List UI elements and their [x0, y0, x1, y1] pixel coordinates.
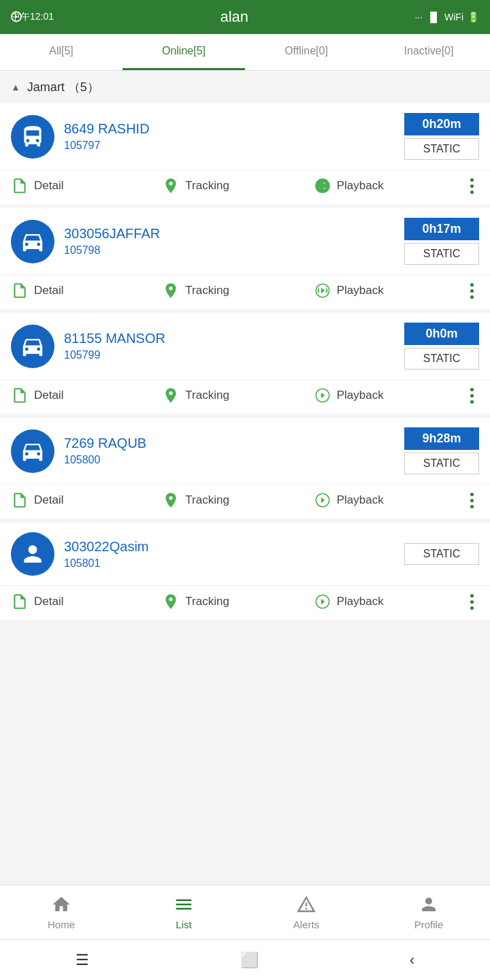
alerts-icon [296, 894, 316, 915]
vehicle-avatar-1 [11, 115, 54, 159]
group-header[interactable]: ▲ Jamart （5） [0, 71, 490, 103]
playback-label-4: Playback [337, 493, 384, 507]
menu-button[interactable]: ☰ [76, 951, 89, 969]
more-button-5[interactable] [465, 594, 479, 610]
bottom-nav: Home List Alerts Profile [0, 885, 490, 939]
status-icons: ··· ▐▌ WiFi 🔋 [414, 12, 479, 22]
tracking-button-1[interactable]: Tracking [162, 177, 313, 195]
action-row-2: Detail Tracking Playback [0, 274, 490, 309]
time-badge-4: 9h28m [404, 427, 479, 450]
car-icon-3 [20, 333, 46, 359]
vehicle-name-2: 303056JAFFAR [64, 226, 160, 242]
nav-alerts[interactable]: Alerts [245, 885, 368, 939]
nav-profile[interactable]: Profile [368, 885, 490, 939]
tab-all[interactable]: All[5] [0, 34, 122, 70]
static-badge-5: STATIC [404, 543, 479, 565]
more-button-2[interactable] [465, 283, 479, 299]
nav-list[interactable]: List [122, 885, 245, 939]
detail-button-2[interactable]: Detail [11, 282, 162, 299]
tracking-label-4: Tracking [185, 493, 229, 507]
home-icon [51, 894, 71, 915]
vehicle-card-2: 303056JAFFAR 105798 0h17m STATIC Detail … [0, 208, 490, 309]
vehicle-id-3: 105799 [64, 349, 165, 361]
profile-icon [419, 894, 439, 915]
playback-button-2[interactable]: Playback [314, 282, 465, 299]
playback-button-3[interactable]: Playback [314, 387, 465, 404]
nav-list-label: List [176, 919, 191, 930]
action-row-3: Detail Tracking Playback [0, 379, 490, 414]
detail-label-4: Detail [34, 493, 63, 507]
more-button-4[interactable] [465, 493, 479, 508]
vehicle-id-1: 105797 [64, 140, 150, 152]
detail-label-3: Detail [34, 389, 63, 402]
vehicle-card-1: 8649 RASHID 105797 0h20m STATIC Detail T… [0, 103, 490, 204]
more-button-1[interactable] [465, 178, 479, 194]
tab-offline[interactable]: Offline[0] [245, 34, 368, 70]
tracking-label-3: Tracking [185, 389, 229, 402]
more-button-3[interactable] [465, 388, 479, 404]
playback-icon-3 [314, 387, 331, 404]
vehicle-avatar-3 [11, 325, 54, 368]
detail-icon-5 [11, 593, 29, 610]
vehicle-name-1: 8649 RASHID [64, 121, 150, 137]
vehicle-avatar-5 [11, 532, 54, 576]
tab-bar: All[5] Online[5] Offline[0] Inactive[0] [0, 34, 490, 71]
playback-label-5: Playback [337, 595, 384, 608]
detail-label-1: Detail [34, 179, 63, 193]
static-badge-3: STATIC [404, 348, 479, 370]
tracking-button-5[interactable]: Tracking [162, 593, 313, 610]
vehicle-name-4: 7269 RAQUB [64, 436, 146, 451]
detail-button-1[interactable]: Detail [11, 177, 162, 195]
tracking-label-2: Tracking [185, 284, 229, 297]
detail-icon-1 [11, 177, 29, 195]
time-badge-2: 0h17m [404, 218, 479, 240]
detail-icon-3 [11, 387, 29, 404]
home-button[interactable]: ⬜ [240, 951, 259, 969]
nav-home-label: Home [48, 919, 75, 930]
tab-inactive[interactable]: Inactive[0] [368, 34, 490, 70]
tab-online[interactable]: Online[5] [122, 34, 245, 70]
tracking-icon-3 [162, 387, 180, 404]
vehicle-id-5: 105801 [64, 557, 149, 570]
vehicle-card-3: 81155 MANSOR 105799 0h0m STATIC Detail T… [0, 313, 490, 414]
playback-button-4[interactable]: Playback [314, 491, 465, 509]
nav-alerts-label: Alerts [293, 919, 319, 930]
detail-icon-2 [11, 282, 29, 299]
playback-label-3: Playback [337, 389, 384, 402]
nav-home[interactable]: Home [0, 885, 122, 939]
vehicle-id-4: 105800 [64, 454, 146, 466]
person-icon-5 [20, 541, 46, 567]
time-badge-1: 0h20m [404, 113, 479, 135]
vehicle-id-2: 105798 [64, 244, 160, 257]
playback-button-1[interactable]: Playback [314, 177, 465, 195]
main-content: ▲ Jamart （5） 8649 RASHID 105797 0h20m ST… [0, 71, 490, 719]
detail-label-5: Detail [34, 595, 63, 608]
vehicle-avatar-2 [11, 220, 54, 263]
tracking-button-2[interactable]: Tracking [162, 282, 313, 299]
static-badge-4: STATIC [404, 453, 479, 474]
time-badge-3: 0h0m [404, 323, 479, 345]
status-bar: 中午12:01 alan ··· ▐▌ WiFi 🔋 [0, 0, 490, 34]
playback-icon-1 [314, 177, 331, 195]
tracking-button-3[interactable]: Tracking [162, 387, 313, 404]
tracking-icon-5 [162, 593, 180, 610]
action-row-5: Detail Tracking Playback [0, 585, 490, 620]
bus-icon [20, 124, 46, 150]
detail-button-5[interactable]: Detail [11, 593, 162, 610]
static-badge-1: STATIC [404, 138, 479, 160]
car-icon-2 [20, 229, 46, 255]
detail-button-3[interactable]: Detail [11, 387, 162, 404]
car-icon-4 [20, 438, 46, 464]
search-icon[interactable]: ⊙ [10, 7, 23, 26]
vehicle-name-5: 303022Qasim [64, 539, 149, 555]
back-button[interactable]: ‹ [410, 951, 414, 969]
tracking-button-4[interactable]: Tracking [162, 491, 313, 509]
tracking-label-5: Tracking [185, 595, 229, 608]
action-row-4: Detail Tracking Playback [0, 484, 490, 519]
vehicle-card-4: 7269 RAQUB 105800 9h28m STATIC Detail Tr… [0, 418, 490, 519]
vehicle-name-3: 81155 MANSOR [64, 331, 165, 346]
playback-button-5[interactable]: Playback [314, 593, 465, 610]
tracking-icon-1 [162, 177, 180, 195]
group-name: Jamart （5） [27, 79, 99, 95]
detail-button-4[interactable]: Detail [11, 491, 162, 509]
